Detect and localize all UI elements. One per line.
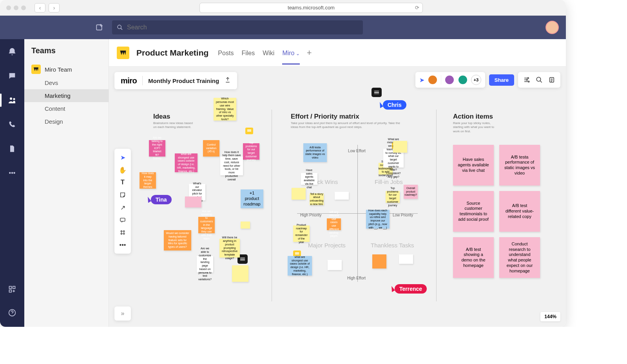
matrix-label-top: Low Effort (348, 149, 366, 153)
section-title-matrix: Effort / Priority matrix (291, 113, 359, 121)
action-sticky[interactable]: Source customer testimonials to add soci… (453, 191, 494, 232)
sticky-note[interactable]: Top problems for our target customer jou… (243, 143, 259, 160)
miro-canvas[interactable]: miro Monthly Product Training ➤ +3 Share (109, 67, 566, 327)
svg-point-2 (10, 97, 12, 100)
search-input[interactable] (127, 24, 358, 31)
channel-devs[interactable]: Devs (24, 76, 109, 89)
teams-sidebar: Teams Miro Team DevsMarketingContentDesi… (24, 39, 109, 327)
action-sticky[interactable]: A/B test different value-related copy (499, 191, 540, 232)
rail-more[interactable]: ••• (4, 165, 20, 181)
sticky-note[interactable]: Are we talking to the right ICP? Market … (149, 140, 165, 157)
user-avatar[interactable] (545, 21, 559, 34)
sticky-note[interactable] (399, 254, 413, 264)
section-divider (436, 110, 437, 301)
sticky-note[interactable]: Control variation (45 s) (203, 140, 219, 157)
sticky-note[interactable]: A/B testa performance of static images v… (303, 143, 327, 162)
sticky-note[interactable]: Overall product roadmap? (404, 185, 418, 199)
sticky-note[interactable]: Have sales agents available via live cha… (301, 173, 317, 185)
teams-top-bar (0, 16, 566, 39)
window-controls[interactable] (6, 5, 26, 10)
action-sticky[interactable]: A/B testa performance of static images v… (499, 145, 540, 186)
action-sticky[interactable]: A/B test showing a demo on the homepage (453, 237, 494, 278)
sticky-note[interactable]: Would we consider having tailored featur… (164, 230, 191, 250)
sticky-note[interactable] (292, 188, 306, 200)
nav-back-button[interactable]: ‹ (34, 3, 45, 13)
sticky-note[interactable]: Tell a story about onboarding a new hire (310, 193, 324, 205)
address-bar[interactable]: teams.microsoft.com ⟳ (199, 3, 423, 13)
app-rail: ••• (0, 39, 24, 327)
section-title-actions: Action items (453, 113, 493, 121)
svg-point-1 (118, 25, 121, 29)
tab-strip: PostsFilesWikiMiro ⌄ (218, 41, 299, 65)
svg-rect-5 (13, 287, 15, 289)
team-name: Miro Team (45, 66, 72, 73)
sticky-note[interactable] (328, 260, 342, 270)
search-icon (117, 24, 123, 31)
sticky-note[interactable]: Will there be anything in product prompt… (219, 239, 240, 258)
sticky-note[interactable]: Top problems for our target customer jou… (386, 191, 400, 203)
matrix-label-bottom: High Effort (347, 276, 366, 280)
sticky-note[interactable]: what are strongest use cases outside of … (175, 153, 198, 172)
svg-point-3 (13, 98, 15, 100)
channel-marketing[interactable]: Marketing (24, 89, 109, 102)
rail-activity[interactable] (4, 44, 20, 59)
compose-button[interactable] (93, 22, 105, 33)
sticky-note[interactable] (372, 254, 386, 268)
tab-posts[interactable]: Posts (218, 41, 234, 65)
sticky-note[interactable] (335, 192, 349, 200)
action-sticky[interactable]: Conduct research to understand what peop… (499, 237, 540, 278)
sticky-note[interactable]: How does it help them save time, save co… (220, 157, 243, 175)
add-tab-button[interactable]: + (307, 48, 312, 58)
rail-files[interactable] (4, 141, 20, 157)
matrix-label-left: High Priority (300, 213, 321, 217)
sticky-note[interactable]: How does it map into the larger themes (140, 172, 156, 189)
sticky-note[interactable] (185, 196, 201, 207)
comment-pin[interactable] (371, 88, 382, 97)
sticky-note[interactable] (241, 222, 250, 229)
team-item[interactable]: Miro Team (24, 62, 109, 76)
rail-help[interactable] (4, 305, 20, 321)
sticky-note[interactable]: How does each capability help us refine … (366, 210, 390, 229)
svg-rect-4 (9, 287, 12, 289)
section-subtitle: Take your ideas and plot them by amount … (291, 121, 400, 130)
tab-wiki[interactable]: Wiki (263, 41, 274, 65)
sticky-note[interactable]: +1 product roadmap (241, 189, 263, 208)
action-sticky[interactable]: Have sales agents available via live cha… (453, 145, 494, 186)
sticky-note[interactable]: Product roadmap for remainder of the yea… (293, 225, 310, 242)
sticky-note[interactable]: Are we able to customize the landing pag… (197, 256, 213, 272)
rail-teams[interactable] (4, 92, 20, 108)
cursor-terrence: Terrence (390, 284, 427, 294)
reload-icon[interactable]: ⟳ (415, 5, 419, 11)
sticky-note[interactable]: Are we speaking to customers in the lang… (198, 217, 215, 233)
sticky-note[interactable]: will any different use cases use differe… (327, 218, 341, 230)
section-subtitle: Rank your top sticky notes, starting wit… (453, 121, 496, 133)
section-title-ideas: Ideas (153, 113, 170, 121)
rail-apps[interactable] (4, 281, 20, 297)
section-subtitle: Brainstorm new ideas based on each frami… (153, 121, 196, 130)
search-box[interactable] (112, 20, 363, 34)
sticky-note[interactable]: what are strongest use cases outside of … (288, 256, 312, 276)
browser-titlebar: ‹ › teams.microsoft.com ⟳ (0, 0, 566, 16)
url-text: teams.microsoft.com (288, 5, 335, 11)
quadrant-label: Major Projects (308, 242, 346, 249)
channel-content[interactable]: Content (24, 102, 109, 115)
sticky-note[interactable]: Which personas most use wire framing. Va… (214, 98, 236, 121)
cursor-chris: Chris (379, 100, 406, 110)
tab-files[interactable]: Files (241, 41, 255, 65)
quadrant-label: Thankless Tasks (371, 242, 414, 249)
tab-miro[interactable]: Miro ⌄ (282, 41, 299, 65)
channel-design[interactable]: Design (24, 115, 109, 128)
content-header: Product Marketing PostsFilesWikiMiro ⌄ + (109, 39, 566, 67)
team-icon (31, 65, 41, 74)
sidebar-heading: Teams (24, 46, 109, 62)
rail-calls[interactable] (4, 117, 20, 132)
channel-icon (117, 47, 129, 59)
section-divider (272, 110, 272, 301)
matrix-label-right: Low Priority (393, 213, 413, 217)
rail-chat[interactable] (4, 68, 20, 84)
svg-rect-6 (9, 290, 12, 292)
nav-forward-button[interactable]: › (49, 3, 60, 13)
sticky-note[interactable] (232, 265, 248, 282)
sticky-note[interactable] (393, 141, 407, 153)
sticky-comment-icon[interactable] (245, 128, 253, 134)
